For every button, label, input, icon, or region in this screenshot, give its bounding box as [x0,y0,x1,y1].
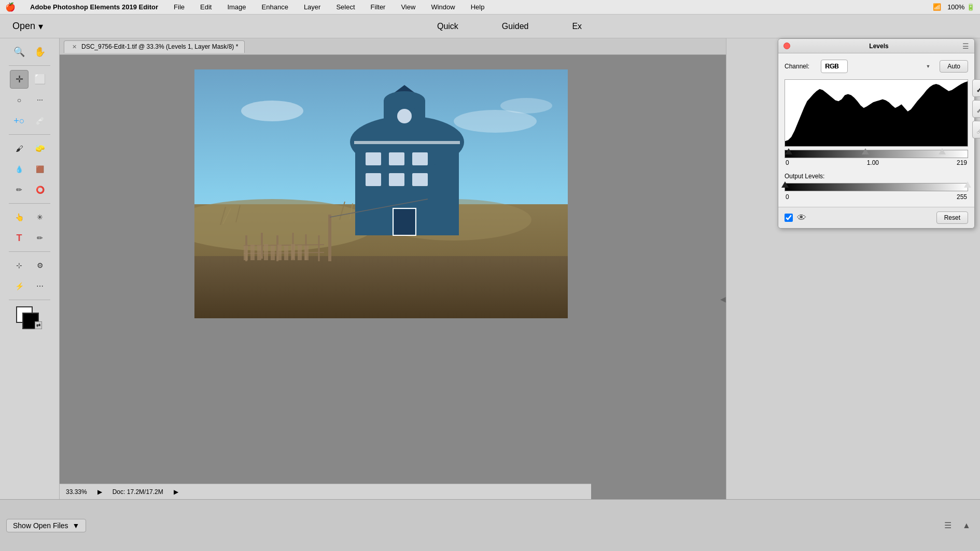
svg-point-47 [500,98,552,114]
svg-rect-12 [412,152,428,165]
tab-close-button[interactable]: ✕ [71,43,78,51]
svg-rect-14 [389,173,404,186]
menu-help[interactable]: Help [468,2,488,12]
levels-close-button[interactable] [783,43,790,49]
lasso-tool[interactable]: ○ [10,91,29,109]
toolbar-modes: Quick Guided Ex [431,20,588,33]
gray-point-eyedropper[interactable] [972,100,980,118]
photo-viewport[interactable] [60,55,726,551]
smudge-tool[interactable]: 👆 [10,208,29,227]
brush-tool[interactable]: 🖌 [10,139,29,158]
magnetic-lasso-tool[interactable]: ⋯ [31,91,49,109]
healing-brush-tool[interactable]: ⋯ [31,277,49,295]
straighten-tool[interactable]: ⚙ [31,256,49,275]
menu-enhance[interactable]: Enhance [259,2,291,12]
center-canvas-area: ✕ DSC_9756-Edit-1.tif @ 33.3% (Levels 1,… [60,38,726,551]
blur-tool[interactable]: ✏ [10,180,29,199]
svg-point-18 [397,109,412,123]
output-black-slider[interactable] [781,181,789,188]
menu-window[interactable]: Window [428,2,458,12]
auto-button[interactable]: Auto [940,60,968,73]
midpoint-slider[interactable] [862,148,869,154]
marquee-tool[interactable]: ⬜ [31,70,49,89]
transform-tool[interactable]: ✳ [31,208,49,227]
menu-layer[interactable]: Layer [301,2,324,12]
clone-stamp-tool[interactable]: 💧 [10,160,29,178]
open-button[interactable]: Open ▾ [8,19,47,34]
tool-separator-2 [9,134,50,135]
reset-button[interactable]: Reset [936,211,968,224]
svg-rect-43 [328,215,331,261]
sponge-tool[interactable]: ⭕ [31,180,49,199]
preview-checkbox[interactable] [785,214,793,222]
black-point-eyedropper[interactable] [972,79,980,97]
svg-rect-11 [389,152,404,165]
svg-rect-10 [366,152,381,165]
tool-row-10: ⊹ ⚙ [10,256,49,275]
pencil-tool[interactable]: ✏ [31,229,49,247]
menu-view[interactable]: View [398,2,418,12]
svg-rect-29 [250,245,255,260]
input-slider-track[interactable] [785,150,968,158]
panel-collapse-arrow[interactable]: ◀ [720,295,726,303]
levels-titlebar[interactable]: Levels ☰ [778,39,974,53]
levels-menu-icon[interactable]: ☰ [962,42,969,50]
tab-filename: DSC_9756-Edit-1.tif @ 33.3% (Levels 1, L… [81,43,238,50]
svg-point-9 [384,91,425,110]
color-swatches: ⇄ [16,306,43,329]
spot-healing-tool[interactable]: 🩹 [31,111,49,130]
tool-row-8: 👆 ✳ [10,208,49,227]
mode-quick[interactable]: Quick [431,20,465,33]
bottom-right-controls: ☰ ▲ [941,518,974,533]
swap-colors-button[interactable]: ⇄ [35,321,42,329]
redeye-tool[interactable]: ⚡ [10,277,29,295]
zoom-tool[interactable]: 🔍 [10,43,29,61]
text-tool[interactable]: T [10,229,29,247]
svg-rect-37 [304,246,309,260]
move-tool[interactable]: ✛ [10,70,29,89]
doc-info: Doc: 17.2M/17.2M [113,488,163,496]
hand-tool[interactable]: ✋ [31,43,49,61]
tool-row-11: ⚡ ⋯ [10,277,49,295]
menu-edit[interactable]: Edit [197,2,215,12]
tool-row-3: ○ ⋯ [10,91,49,109]
black-point-slider[interactable] [785,148,792,154]
app-name-menu[interactable]: Adobe Photoshop Elements 2019 Editor [27,2,161,12]
output-white-slider[interactable] [964,181,971,188]
show-open-files-dropdown[interactable]: Show Open Files ▼ [6,519,86,532]
menu-file[interactable]: File [171,2,188,12]
tool-row-1: 🔍 ✋ [10,43,49,61]
svg-point-49 [977,111,979,113]
eraser-tool[interactable]: 🧽 [31,139,49,158]
midpoint-value: 1.00 [867,159,879,166]
menu-image[interactable]: Image [224,2,249,12]
bottom-list-icon[interactable]: ☰ [941,518,955,533]
channel-row: Channel: RGB Red Green Blue RGB Auto [785,60,968,73]
apple-menu[interactable]: 🍎 [5,2,16,12]
menu-select[interactable]: Select [333,2,358,12]
mode-guided[interactable]: Guided [496,20,535,33]
input-levels-values: 0 1.00 219 [785,159,968,166]
svg-rect-13 [366,173,381,186]
white-point-eyedropper[interactable] [972,121,980,138]
preview-eye-icon[interactable]: 👁 [797,213,806,223]
crop-tool[interactable]: ⊹ [10,256,29,275]
pattern-stamp-tool[interactable]: 🟫 [31,160,49,178]
levels-panel-bottom: 👁 Reset [778,207,974,228]
output-slider-track[interactable] [785,183,968,191]
white-point-slider[interactable] [939,148,946,154]
quick-selection-tool[interactable]: +○ [10,111,29,130]
eyedropper-group [972,79,980,138]
bottom-expand-icon[interactable]: ▲ [959,518,974,533]
output-levels-label: Output Levels: [785,173,968,180]
channel-select-wrapper: RGB Red Green Blue RGB [821,60,934,73]
tool-separator-3 [9,203,50,204]
histogram-area [785,79,968,147]
mode-expert[interactable]: Ex [566,20,588,33]
menu-filter[interactable]: Filter [368,2,389,12]
open-dropdown-arrow[interactable]: ▾ [38,21,43,32]
file-tab[interactable]: ✕ DSC_9756-Edit-1.tif @ 33.3% (Levels 1,… [64,40,245,53]
svg-rect-28 [244,246,248,260]
zoom-level: 33.33% [66,488,87,496]
channel-select[interactable]: RGB Red Green Blue [821,60,848,73]
